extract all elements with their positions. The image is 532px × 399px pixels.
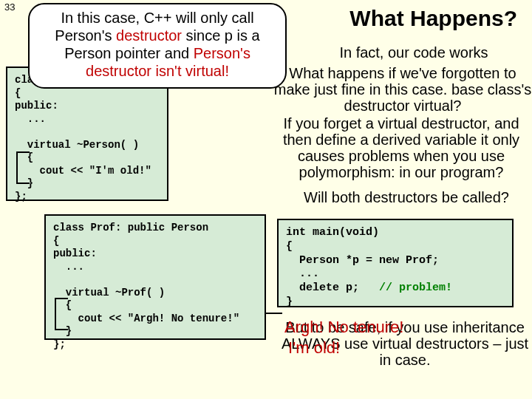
arrow-person-h1 [16,151,30,153]
code-main: int main(void) { Person *p = new Prof; .… [277,219,514,307]
callout-bubble: In this case, C++ will only call Person'… [28,3,287,89]
callout-l4: destructor isn't virtual! [86,63,229,79]
note-polymorphism: If you forget a virtual destructor, and … [268,115,532,180]
main-l4: ... [286,267,319,280]
callout-l3a: Person pointer and [64,45,194,61]
arrow-prof-h2 [55,329,68,330]
callout-l2c: since p is a [182,27,260,44]
main-l5a: delete p; [286,282,379,294]
callout-l2a: Person's [55,27,116,44]
arrow-prof-v [55,298,56,329]
callout-l3b: Person's [194,45,250,61]
note-both-called: Will both destructors be called? [281,189,532,205]
output-old: I'm old! [288,338,340,358]
main-l3: Person *p = new Prof; [286,254,439,267]
code-prof: class Prof: public Person { public: ... … [44,214,266,340]
arrow-prof-h1 [55,298,68,299]
main-l5b: // problem! [379,282,452,294]
slide-number: 33 [4,1,15,13]
arrow-person-h2 [16,183,30,184]
main-l6: } [286,296,293,308]
callout-line1: In this case, C++ will only call [61,10,253,26]
slide-heading: What Happens? [349,6,517,31]
output-argh: Argh! No tenure! [284,318,403,337]
note-works: In fact, our code works [303,44,525,61]
main-l2: { [286,240,293,253]
callout-l2b: destructor [116,27,182,44]
connector-prof-out [265,313,282,314]
arrow-person-v [16,151,18,183]
main-l1: int main(void) [286,226,379,239]
note-forgotten: What happens if we've forgotten to make … [273,65,532,114]
